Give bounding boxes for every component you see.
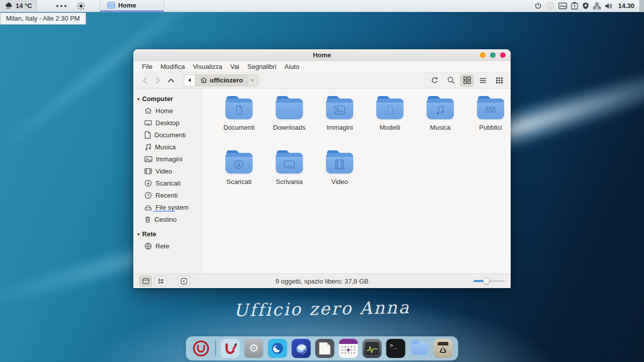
file-item-documenti[interactable]: Documenti: [214, 96, 264, 150]
close-button[interactable]: [500, 52, 506, 58]
home-icon: [200, 77, 207, 83]
dock-item-ufficiozero-menu[interactable]: [192, 339, 211, 358]
clock-icon: [144, 192, 152, 199]
dock-item-calendar[interactable]: [339, 339, 358, 358]
menu-visualizza[interactable]: Visualizza: [189, 62, 226, 71]
taskbar-item-home[interactable]: Home: [100, 0, 164, 12]
file-item-immagini[interactable]: Immagini: [314, 96, 365, 150]
dock-item-mail[interactable]: [292, 339, 311, 358]
weather-applet[interactable]: 14 °C: [0, 0, 37, 12]
sidebar-item-musica[interactable]: Musica: [133, 141, 202, 153]
brightness-icon[interactable]: [72, 0, 90, 12]
path-forward-button[interactable]: [248, 75, 258, 86]
dock-item-trash[interactable]: [434, 339, 453, 358]
file-item-downloads[interactable]: Downloads: [264, 96, 314, 150]
menu-file[interactable]: File: [138, 62, 156, 71]
search-icon[interactable]: [444, 74, 457, 86]
sidebar-item-rete[interactable]: Rete: [133, 240, 202, 252]
dock-separator: [215, 340, 216, 356]
folder-icon: [276, 153, 303, 173]
file-label: Documenti: [223, 124, 255, 131]
chevron-down-icon: ▾: [137, 232, 140, 237]
panel-handle[interactable]: [639, 0, 644, 12]
network-globe-icon: [144, 242, 152, 250]
menu-vai[interactable]: Vai: [226, 62, 244, 71]
path-back-button[interactable]: [184, 75, 195, 86]
package-update-icon[interactable]: [571, 2, 578, 10]
dock-item-file-manager[interactable]: [410, 339, 429, 358]
sidebar-item-label: Immagini: [156, 155, 183, 163]
power-icon[interactable]: [534, 2, 542, 10]
sidebar-item-desktop[interactable]: Desktop: [133, 117, 202, 129]
ufficiozero-logo-icon[interactable]: [546, 2, 554, 10]
mail-icon: [292, 339, 311, 358]
file-item-scaricati[interactable]: Scaricati: [214, 150, 264, 204]
back-button[interactable]: [138, 74, 151, 86]
sidebar-section-computer[interactable]: ▾ Computer: [133, 93, 202, 105]
document-icon: [144, 131, 151, 139]
volume-icon[interactable]: [605, 3, 613, 10]
toolbar: ufficiozero: [133, 72, 511, 88]
dock-item-settings[interactable]: ⚙: [245, 339, 264, 358]
list-view-button[interactable]: [476, 74, 490, 86]
file-item-musica[interactable]: Musica: [415, 96, 465, 150]
zoom-slider-track[interactable]: [473, 280, 505, 282]
chevron-down-icon: ▾: [137, 97, 140, 102]
sidebar-item-label: Rete: [155, 242, 169, 250]
file-item-modelli[interactable]: Modelli: [365, 96, 415, 150]
calendar-icon: [339, 339, 358, 358]
sidebar-item-recenti[interactable]: Recenti: [133, 189, 202, 201]
path-segment-home[interactable]: ufficiozero: [195, 75, 248, 86]
sidebar-item-documenti[interactable]: Documenti: [133, 129, 202, 141]
compact-view-button[interactable]: [493, 74, 506, 86]
file-label: Downloads: [273, 124, 305, 131]
sidebar-item-file-system[interactable]: File system: [133, 201, 202, 213]
menu-segnalibri[interactable]: Segnalibri: [244, 62, 281, 71]
sidebar-item-scaricati[interactable]: Scaricati: [133, 177, 202, 189]
window-titlebar[interactable]: Home: [133, 49, 511, 61]
folder-icon: [107, 2, 115, 9]
file-item-scrivania[interactable]: Scrivania: [264, 150, 314, 204]
menubar: File Modifica Visualizza Vai Segnalibri …: [133, 61, 511, 72]
menu-aiuto[interactable]: Aiuto: [280, 62, 303, 71]
system-monitor-icon: [365, 341, 380, 355]
up-button[interactable]: [165, 74, 178, 86]
menu-modifica[interactable]: Modifica: [156, 62, 189, 71]
minimize-button[interactable]: [480, 52, 486, 58]
zoom-slider[interactable]: [473, 280, 505, 282]
file-label: Immagini: [327, 124, 353, 131]
sidebar-item-label: Home: [155, 107, 173, 115]
weather-temp: 14 °C: [16, 2, 32, 10]
shield-icon[interactable]: [582, 2, 589, 10]
sidebar-section-label: Rete: [142, 230, 156, 238]
sidebar-section-label: Computer: [142, 95, 173, 103]
forward-button[interactable]: [151, 74, 165, 86]
window-title: Home: [133, 51, 511, 59]
network-icon[interactable]: [593, 3, 601, 10]
panel-clock[interactable]: 14.30: [618, 2, 634, 10]
file-view[interactable]: Documenti Downloads Immagini Modell: [202, 88, 511, 274]
sidebar: ▾ Computer Home Desktop Documenti Musica: [133, 88, 202, 274]
image-icon: [144, 156, 152, 162]
sidebar-item-label: Cestino: [154, 216, 177, 223]
dock-item-files-app[interactable]: [315, 339, 335, 358]
maximize-button[interactable]: [490, 52, 496, 58]
zoom-slider-handle[interactable]: [483, 278, 490, 285]
reload-icon[interactable]: [428, 74, 441, 86]
screenshot-icon[interactable]: [558, 3, 567, 10]
file-item-video[interactable]: Video: [314, 150, 365, 204]
dock-item-terminal[interactable]: >_: [386, 339, 406, 358]
icon-view-button[interactable]: [460, 74, 473, 86]
sidebar-item-home[interactable]: Home: [133, 105, 202, 117]
trash-icon: [144, 216, 151, 223]
ellipsis-icon[interactable]: [53, 0, 69, 12]
file-item-pubblici[interactable]: Pubblici: [465, 96, 511, 150]
sidebar-item-cestino[interactable]: Cestino: [133, 213, 202, 225]
dock-item-writer[interactable]: [221, 339, 240, 358]
dock-item-system-monitor[interactable]: [363, 339, 382, 358]
sidebar-section-rete[interactable]: ▾ Rete: [133, 228, 202, 240]
sidebar-item-immagini[interactable]: Immagini: [133, 153, 202, 165]
status-text: 9 oggetti, spazio libero: 37,8 GB: [133, 278, 511, 285]
dock-item-browser[interactable]: [268, 339, 287, 358]
sidebar-item-video[interactable]: Video: [133, 165, 202, 177]
